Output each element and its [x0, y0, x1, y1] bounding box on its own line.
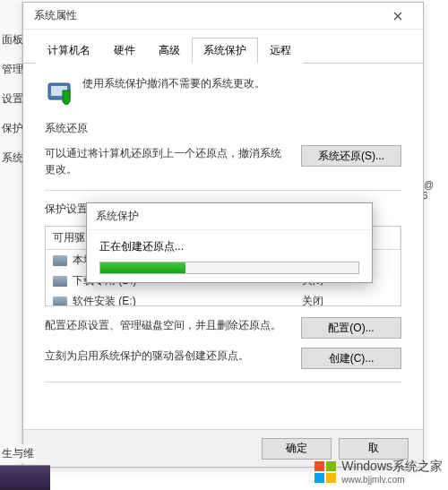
- drive-icon: [53, 297, 67, 307]
- windows-logo-icon: [314, 461, 336, 483]
- taskbar-fragment: [0, 465, 50, 490]
- close-button[interactable]: [380, 4, 416, 29]
- progress-bar-fill: [100, 262, 185, 273]
- tab-hardware[interactable]: 硬件: [102, 38, 147, 64]
- create-button[interactable]: 创建(C)...: [301, 348, 401, 369]
- intro-text: 使用系统保护撤消不需要的系统更改。: [82, 76, 265, 91]
- progress-dialog-title: 系统保护: [87, 203, 372, 230]
- watermark-url: www.bjjmlv.com: [341, 475, 443, 485]
- watermark-site: 系统之家: [392, 459, 443, 473]
- close-icon: [393, 12, 402, 21]
- divider: [45, 382, 401, 383]
- tab-computer-name[interactable]: 计算机名: [36, 38, 102, 64]
- drive-icon: [53, 276, 67, 287]
- divider: [45, 190, 401, 191]
- titlebar: 系统属性: [23, 3, 423, 30]
- drive-row[interactable]: 软件安装 (E:) 关闭: [46, 291, 401, 306]
- configure-button[interactable]: 配置(O)...: [301, 317, 401, 339]
- progress-dialog: 系统保护 正在创建还原点...: [86, 202, 373, 283]
- section-restore-title: 系统还原: [45, 121, 401, 136]
- tabs: 计算机名 硬件 高级 系统保护 远程: [23, 30, 423, 64]
- tab-system-protection[interactable]: 系统保护: [192, 38, 258, 64]
- progress-bar: [99, 262, 359, 274]
- progress-text: 正在创建还原点...: [99, 239, 359, 254]
- dialog-title: 系统属性: [30, 8, 77, 23]
- bottom-left-label: 生与维: [0, 444, 36, 463]
- drive-name: 软件安装 (E:): [73, 294, 302, 306]
- create-description: 立刻为启用系统保护的驱动器创建还原点。: [45, 348, 289, 364]
- config-description: 配置还原设置、管理磁盘空间，并且删除还原点。: [45, 317, 289, 333]
- tab-remote[interactable]: 远程: [258, 38, 303, 64]
- cancel-button[interactable]: 取: [339, 438, 409, 460]
- watermark: Windows系统之家 www.bjjmlv.com: [314, 459, 443, 485]
- tab-advanced[interactable]: 高级: [147, 38, 192, 64]
- drive-status: 关闭: [302, 294, 393, 306]
- shield-icon: [45, 76, 73, 105]
- watermark-brand: Windows: [341, 459, 392, 473]
- drive-icon: [53, 255, 67, 266]
- ok-button[interactable]: 确定: [262, 438, 332, 460]
- restore-description: 可以通过将计算机还原到上一个还原点，撤消系统更改。: [45, 145, 289, 177]
- watermark-text: Windows系统之家 www.bjjmlv.com: [341, 459, 443, 485]
- system-restore-button[interactable]: 系统还原(S)...: [301, 145, 401, 167]
